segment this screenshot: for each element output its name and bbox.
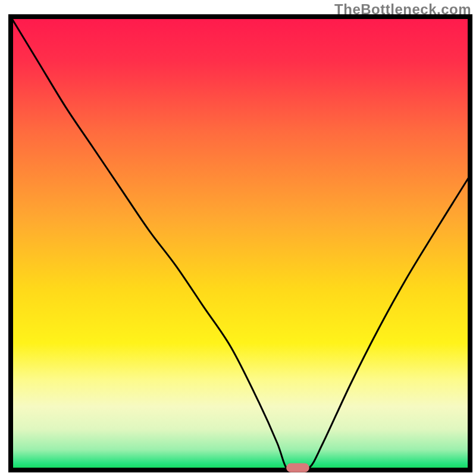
valley-marker	[286, 464, 309, 472]
bottleneck-chart	[0, 0, 476, 476]
plot-background	[11, 17, 470, 470]
chart-frame: TheBottleneck.com	[0, 0, 476, 476]
